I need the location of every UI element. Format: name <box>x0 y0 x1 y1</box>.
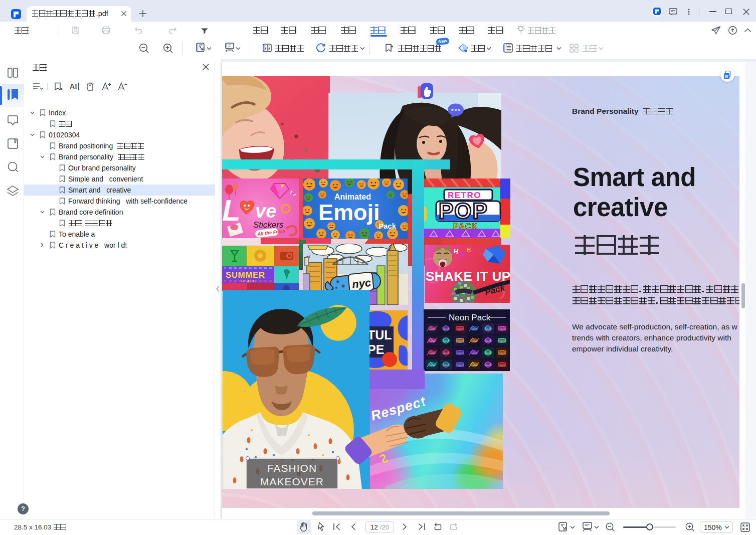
svg-text:SUMMER: SUMMER <box>226 270 265 280</box>
svg-text:NEON: NEON <box>486 328 492 330</box>
svg-text:H: H <box>453 247 459 255</box>
svg-text:Pack: Pack <box>379 222 397 230</box>
svg-text:NEON: NEON <box>500 364 506 367</box>
svg-text:NEON: NEON <box>444 364 450 367</box>
svg-text:NEON: NEON <box>458 340 464 342</box>
svg-text:NEON: NEON <box>472 352 478 354</box>
svg-text:NEON: NEON <box>458 352 464 354</box>
svg-text:PACK: PACK <box>453 222 478 231</box>
svg-text:PE: PE <box>369 342 384 356</box>
svg-text:NEON: NEON <box>500 328 506 330</box>
svg-text:NEON: NEON <box>458 364 464 367</box>
svg-text:NEON: NEON <box>430 352 436 354</box>
svg-text:NEON: NEON <box>486 340 492 342</box>
svg-text:NEON: NEON <box>472 364 478 367</box>
svg-text:NEON: NEON <box>486 364 492 367</box>
svg-text:TUL: TUL <box>369 328 392 342</box>
svg-text:NEON: NEON <box>500 352 506 354</box>
svg-text:NEON: NEON <box>430 364 436 367</box>
svg-text:NEON: NEON <box>430 328 436 330</box>
svg-text:Neon Pack: Neon Pack <box>449 313 491 322</box>
svg-text:POP: POP <box>439 199 488 223</box>
svg-text:NEON: NEON <box>500 340 506 342</box>
svg-text:L: L <box>222 194 241 227</box>
svg-text:NEON: NEON <box>458 328 464 330</box>
svg-text:A: A <box>459 251 465 259</box>
svg-text:NEON: NEON <box>486 352 492 354</box>
svg-text:NEON: NEON <box>472 328 478 330</box>
svg-text:ve: ve <box>255 201 276 222</box>
svg-text:NEON: NEON <box>444 352 450 354</box>
svg-text:NEON: NEON <box>444 328 450 330</box>
svg-text:NEON: NEON <box>444 340 450 342</box>
svg-text:BEACH: BEACH <box>241 279 256 283</box>
svg-text:NEON: NEON <box>472 340 478 342</box>
svg-text:H: H <box>467 247 471 253</box>
svg-text:Emoji: Emoji <box>318 200 380 225</box>
svg-text:NEON: NEON <box>430 340 436 342</box>
svg-text:w: w <box>724 74 728 79</box>
svg-text:nyc: nyc <box>351 276 371 291</box>
